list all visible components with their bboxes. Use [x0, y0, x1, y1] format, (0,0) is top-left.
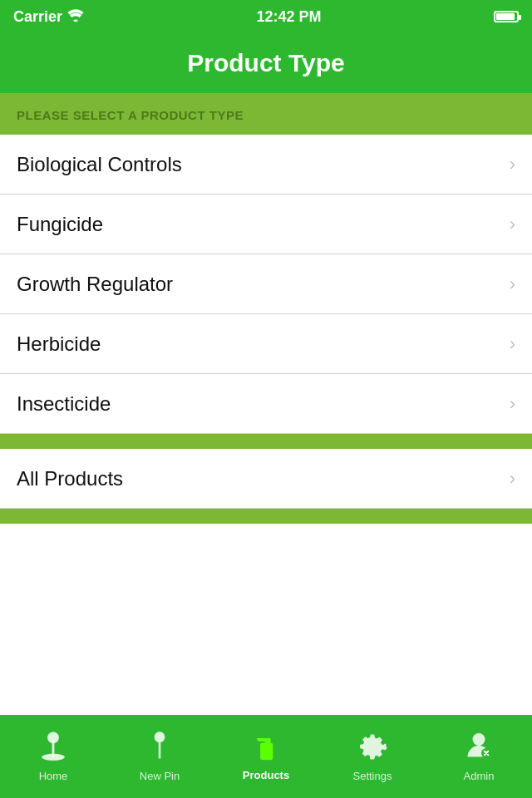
chevron-right-icon: ›: [510, 333, 515, 355]
divider-band: [0, 434, 532, 449]
list-item-label: Insecticide: [17, 392, 111, 416]
battery-icon: [494, 11, 519, 22]
tab-bar: Home New Pin Products: [0, 715, 532, 798]
status-bar: Carrier 12:42 PM: [0, 0, 532, 33]
tab-products[interactable]: Products: [213, 715, 319, 798]
list-item-herbicide[interactable]: Herbicide ›: [0, 314, 532, 374]
tab-home[interactable]: Home: [0, 715, 106, 798]
list-item-all-products[interactable]: All Products ›: [0, 449, 532, 509]
tab-home-label: Home: [39, 770, 68, 782]
list-item-label: Biological Controls: [17, 153, 182, 176]
section-header: PLEASE SELECT A PRODUCT TYPE: [0, 93, 532, 135]
chevron-right-icon: ›: [510, 154, 515, 175]
svg-rect-5: [260, 742, 273, 760]
svg-point-3: [155, 732, 165, 742]
products-icon: [251, 732, 281, 766]
list-item-label: Herbicide: [17, 332, 101, 356]
list-item-growth-regulator[interactable]: Growth Regulator ›: [0, 254, 532, 314]
chevron-right-icon: ›: [510, 468, 515, 490]
tab-admin[interactable]: Admin: [426, 715, 532, 798]
section-header-text: PLEASE SELECT A PRODUCT TYPE: [17, 108, 244, 122]
svg-point-9: [473, 733, 485, 746]
time-display: 12:42 PM: [257, 8, 322, 26]
tab-admin-label: Admin: [464, 770, 495, 782]
tab-settings[interactable]: Settings: [319, 715, 426, 798]
list-item-fungicide[interactable]: Fungicide ›: [0, 195, 532, 254]
admin-icon: [464, 731, 494, 766]
page-header: Product Type: [0, 33, 532, 93]
list-item-label: Growth Regulator: [17, 273, 173, 296]
chevron-right-icon: ›: [510, 214, 515, 235]
settings-icon: [357, 731, 387, 766]
all-products-section: All Products ›: [0, 449, 532, 509]
chevron-right-icon: ›: [510, 273, 515, 295]
tab-settings-label: Settings: [353, 770, 392, 782]
product-type-list: Biological Controls › Fungicide › Growth…: [0, 135, 532, 434]
tab-new-pin-label: New Pin: [140, 770, 180, 782]
list-item-label: Fungicide: [17, 213, 103, 236]
list-item-biological-controls[interactable]: Biological Controls ›: [0, 135, 532, 195]
svg-rect-8: [257, 737, 260, 739]
svg-point-2: [47, 732, 59, 743]
home-icon: [38, 731, 68, 766]
new-pin-icon: [145, 731, 175, 766]
wifi-icon: [67, 8, 84, 25]
tab-new-pin[interactable]: New Pin: [106, 715, 213, 798]
chevron-right-icon: ›: [510, 393, 515, 415]
all-products-label: All Products: [17, 467, 123, 490]
carrier-info: Carrier: [13, 8, 84, 26]
page-title: Product Type: [187, 49, 344, 77]
tab-products-label: Products: [243, 769, 289, 781]
svg-rect-4: [159, 742, 161, 758]
bottom-band: [0, 509, 532, 524]
carrier-text: Carrier: [13, 8, 62, 26]
list-item-insecticide[interactable]: Insecticide ›: [0, 374, 532, 434]
